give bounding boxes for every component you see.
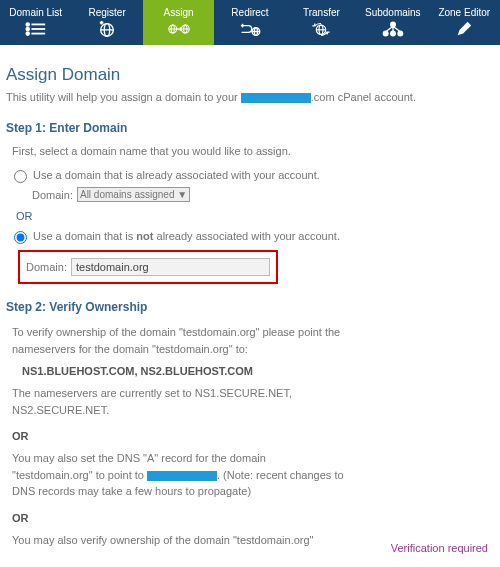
svg-point-27 — [398, 31, 403, 36]
option-new-domain[interactable]: Use a domain that is not already associa… — [6, 230, 488, 244]
network-icon — [382, 20, 404, 38]
globe-plus-icon — [96, 20, 118, 38]
domain-input[interactable] — [71, 258, 270, 276]
optb-after: already associated with your account. — [153, 230, 340, 242]
domain-label: Domain: — [32, 189, 73, 201]
domain-select[interactable]: All domains assigned ▼ — [77, 187, 190, 202]
step2-p3: You may also set the DNS "A" record for … — [6, 450, 346, 500]
page-title: Assign Domain — [6, 65, 488, 85]
radio-existing[interactable] — [14, 170, 27, 183]
option-existing-domain[interactable]: Use a domain that is already associated … — [6, 169, 488, 183]
intro-before: This utility will help you assign a doma… — [6, 91, 241, 103]
nav-redirect[interactable]: Redirect — [214, 0, 285, 45]
step1-heading: Step 1: Enter Domain — [6, 121, 488, 135]
intro-after: .com cPanel account. — [311, 91, 416, 103]
step2-p2: The nameservers are currently set to NS1… — [6, 385, 346, 418]
step1-sub: First, select a domain name that you wou… — [6, 145, 488, 157]
step2-p1: To verify ownership of the domain "testd… — [6, 324, 346, 357]
or-separator-1: OR — [6, 430, 488, 442]
nav-domain-list[interactable]: Domain List — [0, 0, 71, 45]
nav-label: Redirect — [231, 7, 268, 18]
intro-text: This utility will help you assign a doma… — [6, 91, 488, 103]
step2-heading: Step 2: Verify Ownership — [6, 300, 488, 314]
option-existing-label: Use a domain that is already associated … — [33, 169, 320, 181]
svg-point-0 — [26, 23, 29, 26]
svg-point-24 — [391, 22, 396, 27]
or-separator-small: OR — [6, 210, 488, 222]
radio-new[interactable] — [14, 231, 27, 244]
nav-assign[interactable]: Assign — [143, 0, 214, 45]
nav-label: Subdomains — [365, 7, 421, 18]
redacted-ip — [147, 471, 217, 481]
top-navbar: Domain List Register Assign Redirect Tra… — [0, 0, 500, 45]
pencil-icon — [453, 20, 475, 38]
list-icon — [25, 20, 47, 38]
svg-point-26 — [391, 31, 396, 36]
nav-label: Register — [89, 7, 126, 18]
svg-point-25 — [383, 31, 388, 36]
optb-before: Use a domain that is — [33, 230, 136, 242]
or-separator-2: OR — [6, 512, 488, 524]
step2-p4: You may also verify ownership of the dom… — [6, 532, 346, 549]
verification-required: Verification required — [391, 542, 488, 554]
nav-subdomains[interactable]: Subdomains — [357, 0, 428, 45]
nameservers: NS1.BLUEHOST.COM, NS2.BLUEHOST.COM — [6, 365, 488, 377]
nav-transfer[interactable]: Transfer — [286, 0, 357, 45]
svg-point-2 — [26, 28, 29, 31]
option-new-label: Use a domain that is not already associa… — [33, 230, 340, 242]
svg-point-4 — [26, 32, 29, 35]
existing-domain-line: Domain: All domains assigned ▼ — [6, 187, 488, 202]
nav-label: Zone Editor — [438, 7, 490, 18]
content-area: Assign Domain This utility will help you… — [0, 45, 500, 566]
globe-arrow-globe-icon — [168, 20, 190, 38]
optb-bold: not — [136, 230, 153, 242]
transfer-icon — [310, 20, 332, 38]
nav-zone-editor[interactable]: Zone Editor — [429, 0, 500, 45]
domain-input-label: Domain: — [26, 261, 67, 273]
redacted-account — [241, 93, 311, 103]
redirect-icon — [239, 20, 261, 38]
nav-label: Domain List — [9, 7, 62, 18]
domain-input-highlight: Domain: — [18, 250, 278, 284]
nav-label: Transfer — [303, 7, 340, 18]
nav-register[interactable]: Register — [71, 0, 142, 45]
nav-label: Assign — [164, 7, 194, 18]
